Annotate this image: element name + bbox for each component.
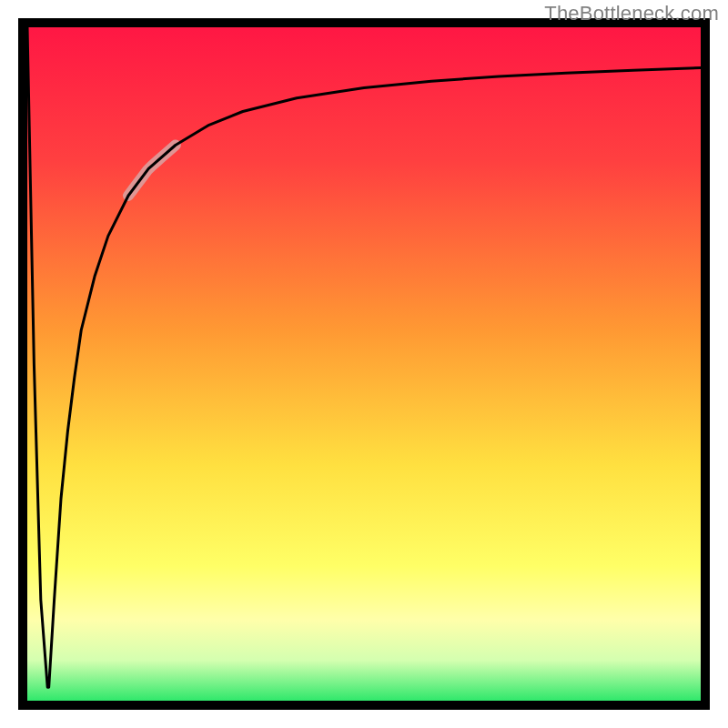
chart-svg xyxy=(0,0,728,728)
watermark-label: TheBottleneck.com xyxy=(544,2,719,25)
plot-background xyxy=(27,27,701,701)
chart-container: TheBottleneck.com xyxy=(0,0,728,728)
